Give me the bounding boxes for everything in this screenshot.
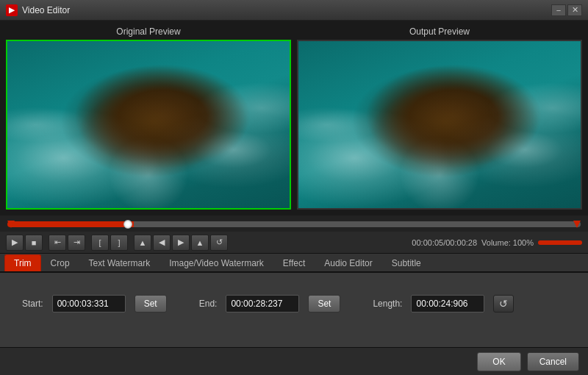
time-display: 00:00:05/00:00:28 — [412, 238, 477, 247]
toolbar-right: 00:00:05/00:00:28 Volume: 100% — [412, 238, 582, 247]
tab-subtitle[interactable]: Subtitle — [382, 254, 431, 271]
seekbar-thumb[interactable] — [123, 220, 132, 229]
tabs: Trim Crop Text Watermark Image/Video Wat… — [0, 254, 588, 273]
output-preview-label: Output Preview — [409, 26, 470, 37]
trim-controls: Start: Set End: Set Length: ↺ — [22, 295, 566, 312]
trim-content: Start: Set End: Set Length: ↺ — [0, 273, 588, 347]
seekbar-start-marker — [7, 221, 15, 228]
original-preview-label: Original Preview — [116, 26, 180, 37]
tab-image-watermark[interactable]: Image/Video Watermark — [159, 254, 273, 271]
output-video-content — [298, 41, 581, 208]
flip-v-button[interactable]: ▶ — [172, 235, 190, 251]
seekbar-end-marker — [573, 221, 581, 228]
stop-button[interactable]: ■ — [25, 235, 43, 251]
start-input[interactable] — [52, 295, 126, 312]
bottombar: OK Cancel — [0, 347, 588, 375]
end-input[interactable] — [226, 295, 299, 312]
audio-button[interactable]: ▲ — [134, 235, 151, 251]
original-preview-panel: Original Preview — [6, 26, 291, 210]
preview-area: Original Preview Output Preview — [0, 21, 588, 215]
output-preview-panel: Output Preview — [297, 26, 582, 210]
play-button[interactable]: ▶ — [6, 235, 24, 251]
seekbar-track[interactable] — [7, 221, 581, 227]
prev-frame-button[interactable]: ⇤ — [49, 235, 66, 251]
original-preview-video[interactable] — [6, 40, 291, 210]
undo-button[interactable]: ↺ — [210, 235, 228, 251]
toolbar: ▶ ■ ⇤ ⇥ [ ] ▲ ◀ ▶ ▲ ↺ 00:00:05/00:00:28 … — [0, 232, 588, 254]
cancel-button[interactable]: Cancel — [527, 352, 579, 371]
seekbar-area[interactable] — [0, 215, 588, 232]
tab-trim[interactable]: Trim — [4, 254, 41, 271]
tab-effect[interactable]: Effect — [273, 254, 315, 271]
length-input — [411, 295, 484, 312]
output-preview-video[interactable] — [297, 40, 582, 210]
window-title: Video Editor — [22, 5, 550, 15]
trim-start-button[interactable]: [ — [91, 235, 109, 251]
end-label: End: — [199, 299, 218, 309]
close-button[interactable]: ✕ — [567, 4, 582, 16]
minimize-button[interactable]: − — [551, 4, 566, 16]
set-end-button[interactable]: Set — [308, 295, 340, 312]
refresh-button[interactable]: ↺ — [493, 295, 514, 312]
tab-audio-editor[interactable]: Audio Editor — [315, 254, 381, 271]
volume-slider[interactable] — [538, 240, 582, 245]
app-icon: ▶ — [6, 4, 18, 16]
tab-text-watermark[interactable]: Text Watermark — [79, 254, 160, 271]
set-start-button[interactable]: Set — [135, 295, 167, 312]
trim-end-button[interactable]: ] — [110, 235, 128, 251]
flip-h-button[interactable]: ◀ — [153, 235, 171, 251]
tab-crop[interactable]: Crop — [41, 254, 79, 271]
volume-label: Volume: 100% — [481, 238, 534, 247]
titlebar: ▶ Video Editor − ✕ — [0, 0, 588, 21]
ok-button[interactable]: OK — [477, 352, 520, 371]
original-video-content — [7, 41, 290, 208]
rotate-button[interactable]: ▲ — [191, 235, 209, 251]
start-label: Start: — [22, 299, 43, 309]
next-frame-button[interactable]: ⇥ — [68, 235, 85, 251]
length-label: Length: — [373, 299, 402, 309]
